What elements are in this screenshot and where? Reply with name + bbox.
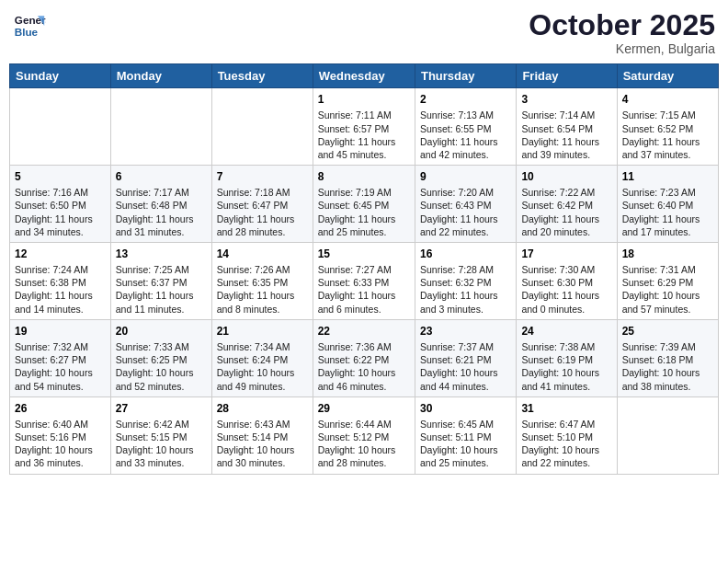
calendar-week-2: 5Sunrise: 7:16 AM Sunset: 6:50 PM Daylig…: [10, 166, 719, 243]
calendar-cell: 12Sunrise: 7:24 AM Sunset: 6:38 PM Dayli…: [10, 242, 111, 319]
calendar-cell: [10, 88, 111, 166]
calendar-cell: 27Sunrise: 6:42 AM Sunset: 5:15 PM Dayli…: [110, 396, 211, 474]
calendar-cell: [211, 88, 313, 166]
day-number: 17: [521, 247, 611, 261]
calendar-cell: 19Sunrise: 7:32 AM Sunset: 6:27 PM Dayli…: [10, 319, 111, 396]
svg-text:Blue: Blue: [15, 26, 39, 38]
title-area: October 2025 Kermen, Bulgaria: [529, 9, 715, 56]
month-title: October 2025: [529, 9, 715, 41]
cell-content: Sunrise: 7:22 AM Sunset: 6:42 PM Dayligh…: [521, 186, 611, 238]
cell-content: Sunrise: 7:39 AM Sunset: 6:18 PM Dayligh…: [622, 340, 713, 393]
calendar-cell: 29Sunrise: 6:44 AM Sunset: 5:12 PM Dayli…: [313, 396, 415, 474]
cell-content: Sunrise: 7:20 AM Sunset: 6:43 PM Dayligh…: [420, 186, 511, 238]
calendar-cell: 10Sunrise: 7:22 AM Sunset: 6:42 PM Dayli…: [517, 166, 617, 243]
cell-content: Sunrise: 7:11 AM Sunset: 6:57 PM Dayligh…: [318, 109, 410, 161]
location: Kermen, Bulgaria: [529, 41, 715, 56]
calendar-cell: 11Sunrise: 7:23 AM Sunset: 6:40 PM Dayli…: [617, 166, 718, 243]
day-number: 30: [420, 401, 511, 416]
day-number: 27: [116, 401, 207, 416]
day-number: 12: [15, 247, 106, 261]
calendar-cell: 17Sunrise: 7:30 AM Sunset: 6:30 PM Dayli…: [517, 242, 617, 319]
calendar-cell: 5Sunrise: 7:16 AM Sunset: 6:50 PM Daylig…: [10, 166, 111, 243]
cell-content: Sunrise: 7:13 AM Sunset: 6:55 PM Dayligh…: [420, 109, 511, 161]
cell-content: Sunrise: 7:18 AM Sunset: 6:47 PM Dayligh…: [217, 186, 308, 238]
calendar-week-4: 19Sunrise: 7:32 AM Sunset: 6:27 PM Dayli…: [10, 319, 719, 396]
day-number: 6: [116, 169, 207, 184]
cell-content: Sunrise: 7:38 AM Sunset: 6:19 PM Dayligh…: [521, 340, 611, 393]
weekday-header-sunday: Sunday: [10, 64, 111, 88]
calendar-cell: 13Sunrise: 7:25 AM Sunset: 6:37 PM Dayli…: [110, 242, 211, 319]
calendar-cell: [617, 396, 718, 474]
day-number: 20: [116, 324, 207, 339]
day-number: 4: [622, 92, 713, 107]
cell-content: Sunrise: 7:26 AM Sunset: 6:35 PM Dayligh…: [217, 263, 308, 316]
cell-content: Sunrise: 7:23 AM Sunset: 6:40 PM Dayligh…: [622, 186, 713, 238]
cell-content: Sunrise: 7:30 AM Sunset: 6:30 PM Dayligh…: [521, 263, 611, 316]
cell-content: Sunrise: 6:44 AM Sunset: 5:12 PM Dayligh…: [318, 418, 410, 470]
calendar-cell: 22Sunrise: 7:36 AM Sunset: 6:22 PM Dayli…: [313, 319, 415, 396]
cell-content: Sunrise: 7:28 AM Sunset: 6:32 PM Dayligh…: [420, 263, 511, 316]
day-number: 19: [15, 324, 106, 339]
day-number: 7: [217, 169, 308, 184]
cell-content: Sunrise: 7:36 AM Sunset: 6:22 PM Dayligh…: [318, 340, 410, 393]
calendar-cell: 26Sunrise: 6:40 AM Sunset: 5:16 PM Dayli…: [10, 396, 111, 474]
day-number: 5: [15, 169, 106, 184]
day-number: 10: [521, 169, 611, 184]
calendar-week-1: 1Sunrise: 7:11 AM Sunset: 6:57 PM Daylig…: [10, 88, 719, 166]
calendar-week-5: 26Sunrise: 6:40 AM Sunset: 5:16 PM Dayli…: [10, 396, 719, 474]
weekday-header-monday: Monday: [110, 64, 211, 88]
weekday-header-tuesday: Tuesday: [211, 64, 313, 88]
cell-content: Sunrise: 7:27 AM Sunset: 6:33 PM Dayligh…: [318, 263, 410, 316]
calendar-cell: 25Sunrise: 7:39 AM Sunset: 6:18 PM Dayli…: [617, 319, 718, 396]
cell-content: Sunrise: 7:19 AM Sunset: 6:45 PM Dayligh…: [318, 186, 410, 238]
calendar-cell: 16Sunrise: 7:28 AM Sunset: 6:32 PM Dayli…: [415, 242, 516, 319]
calendar-week-3: 12Sunrise: 7:24 AM Sunset: 6:38 PM Dayli…: [10, 242, 719, 319]
calendar-cell: 24Sunrise: 7:38 AM Sunset: 6:19 PM Dayli…: [517, 319, 617, 396]
logo-icon: General Blue: [13, 9, 46, 42]
weekday-header-row: SundayMondayTuesdayWednesdayThursdayFrid…: [10, 64, 719, 88]
cell-content: Sunrise: 7:16 AM Sunset: 6:50 PM Dayligh…: [15, 186, 106, 238]
calendar-cell: 7Sunrise: 7:18 AM Sunset: 6:47 PM Daylig…: [211, 166, 313, 243]
cell-content: Sunrise: 7:25 AM Sunset: 6:37 PM Dayligh…: [116, 263, 207, 316]
day-number: 26: [15, 401, 106, 416]
calendar-table: SundayMondayTuesdayWednesdayThursdayFrid…: [9, 63, 719, 474]
cell-content: Sunrise: 6:42 AM Sunset: 5:15 PM Dayligh…: [116, 418, 207, 470]
weekday-header-saturday: Saturday: [617, 64, 718, 88]
calendar-cell: [110, 88, 211, 166]
day-number: 9: [420, 169, 511, 184]
day-number: 13: [116, 247, 207, 261]
day-number: 23: [420, 324, 511, 339]
cell-content: Sunrise: 7:33 AM Sunset: 6:25 PM Dayligh…: [116, 340, 207, 393]
day-number: 25: [622, 324, 713, 339]
calendar-cell: 3Sunrise: 7:14 AM Sunset: 6:54 PM Daylig…: [517, 88, 617, 166]
calendar-cell: 1Sunrise: 7:11 AM Sunset: 6:57 PM Daylig…: [313, 88, 415, 166]
calendar-cell: 6Sunrise: 7:17 AM Sunset: 6:48 PM Daylig…: [110, 166, 211, 243]
day-number: 11: [622, 169, 713, 184]
calendar-cell: 21Sunrise: 7:34 AM Sunset: 6:24 PM Dayli…: [211, 319, 313, 396]
calendar-cell: 28Sunrise: 6:43 AM Sunset: 5:14 PM Dayli…: [211, 396, 313, 474]
day-number: 31: [521, 401, 611, 416]
logo: General Blue: [13, 9, 46, 42]
cell-content: Sunrise: 7:24 AM Sunset: 6:38 PM Dayligh…: [15, 263, 106, 316]
calendar-cell: 20Sunrise: 7:33 AM Sunset: 6:25 PM Dayli…: [110, 319, 211, 396]
cell-content: Sunrise: 6:45 AM Sunset: 5:11 PM Dayligh…: [420, 418, 511, 470]
calendar-cell: 9Sunrise: 7:20 AM Sunset: 6:43 PM Daylig…: [415, 166, 516, 243]
calendar-cell: 15Sunrise: 7:27 AM Sunset: 6:33 PM Dayli…: [313, 242, 415, 319]
calendar-cell: 18Sunrise: 7:31 AM Sunset: 6:29 PM Dayli…: [617, 242, 718, 319]
day-number: 1: [318, 92, 410, 107]
weekday-header-friday: Friday: [517, 64, 617, 88]
day-number: 8: [318, 169, 410, 184]
cell-content: Sunrise: 6:47 AM Sunset: 5:10 PM Dayligh…: [521, 418, 611, 470]
calendar-cell: 30Sunrise: 6:45 AM Sunset: 5:11 PM Dayli…: [415, 396, 516, 474]
day-number: 21: [217, 324, 308, 339]
day-number: 28: [217, 401, 308, 416]
weekday-header-wednesday: Wednesday: [313, 64, 415, 88]
day-number: 16: [420, 247, 511, 261]
weekday-header-thursday: Thursday: [415, 64, 516, 88]
day-number: 29: [318, 401, 410, 416]
day-number: 15: [318, 247, 410, 261]
calendar-cell: 8Sunrise: 7:19 AM Sunset: 6:45 PM Daylig…: [313, 166, 415, 243]
cell-content: Sunrise: 7:14 AM Sunset: 6:54 PM Dayligh…: [521, 109, 611, 161]
cell-content: Sunrise: 7:15 AM Sunset: 6:52 PM Dayligh…: [622, 109, 713, 161]
page-header: General Blue October 2025 Kermen, Bulgar…: [9, 9, 719, 56]
